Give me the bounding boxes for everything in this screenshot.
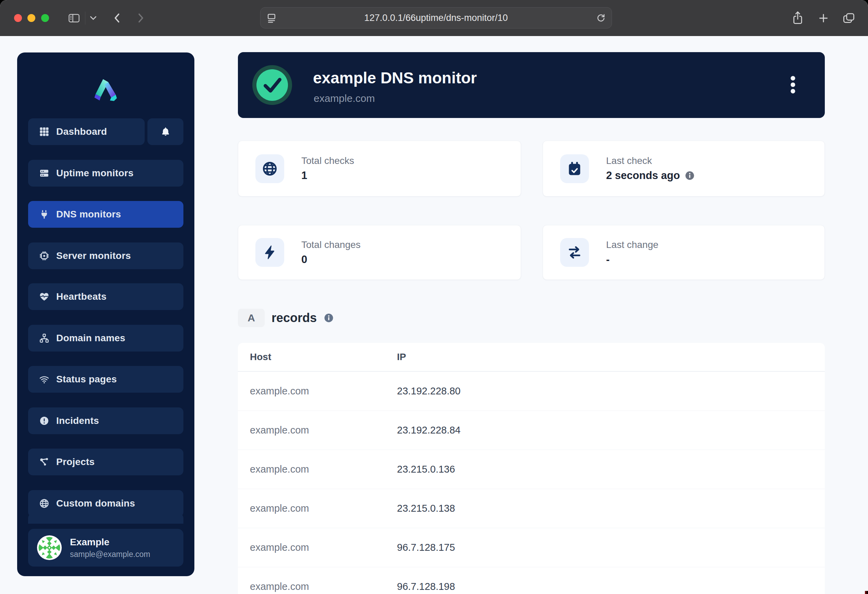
back-icon (114, 13, 120, 23)
sidebar-item-partial[interactable] (28, 513, 183, 524)
monitor-title: example DNS monitor (313, 69, 477, 87)
notifications-button[interactable] (148, 118, 183, 145)
sidebar-toggle-icon (68, 13, 80, 23)
cell-host: example.com (238, 464, 397, 475)
record-type-badge: A (238, 309, 265, 327)
alert-icon (39, 416, 49, 426)
forward-icon (138, 13, 144, 23)
profile-name: Example (70, 537, 150, 548)
sidebar-item-label: Custom domains (56, 498, 135, 509)
chevron-down-icon (90, 16, 97, 20)
user-profile[interactable]: Example sample@example.com (28, 529, 183, 567)
records-heading: A records (238, 309, 334, 327)
stat-label: Total changes (301, 239, 361, 250)
table-row: example.com 23.192.228.84 (238, 411, 825, 450)
table-row: example.com 96.7.128.198 (238, 567, 825, 594)
sidebar-item-label: Domain names (56, 332, 125, 344)
info-icon[interactable] (323, 313, 334, 323)
cell-ip: 96.7.128.175 (397, 542, 825, 553)
kebab-icon (790, 76, 796, 94)
sidebar-item-projects[interactable]: Projects (28, 449, 183, 475)
tabs-icon (843, 12, 855, 24)
sidebar-item-label: Uptime monitors (56, 168, 133, 179)
records-table: Host IP example.com 23.192.228.80 exampl… (238, 343, 825, 594)
column-ip: IP (397, 352, 825, 362)
column-host: Host (238, 352, 397, 362)
sidebar: Dashboard Uptime monitors DNS monitors (17, 52, 194, 576)
server-icon (39, 168, 49, 178)
stat-value: - (606, 253, 658, 266)
grid-icon (39, 127, 49, 137)
stat-value: 1 (301, 169, 354, 182)
browser-chrome: 127.0.0.1/66uptime/dns-monitor/10 (0, 0, 868, 36)
stat-label: Last change (606, 239, 658, 250)
stat-card-last-change: Last change - (543, 225, 825, 280)
cpu-icon (39, 251, 49, 261)
sidebar-item-dns-monitors[interactable]: DNS monitors (28, 201, 183, 228)
info-icon[interactable] (685, 170, 695, 181)
records-title: records (272, 311, 317, 325)
zoom-window-button[interactable] (41, 14, 49, 22)
sidebar-item-status-pages[interactable]: Status pages (28, 366, 183, 393)
cell-ip: 23.215.0.136 (397, 464, 825, 475)
url-bar[interactable]: 127.0.0.1/66uptime/dns-monitor/10 (260, 7, 612, 28)
sidebar-item-label: Server monitors (56, 250, 131, 262)
heart-pulse-icon (39, 291, 49, 302)
sidebar-item-incidents[interactable]: Incidents (28, 408, 183, 434)
tab-overview-button[interactable] (840, 0, 858, 36)
minimize-window-button[interactable] (27, 14, 35, 22)
sidebar-toggle-button[interactable] (67, 0, 81, 36)
cell-host: example.com (238, 425, 397, 436)
stat-label: Total checks (301, 155, 354, 166)
stat-card-total-checks: Total checks 1 (238, 140, 521, 197)
table-row: example.com 23.215.0.136 (238, 450, 825, 489)
table-row: example.com 23.215.0.138 (238, 489, 825, 528)
share-button[interactable] (790, 0, 806, 36)
status-up-check-icon (252, 65, 293, 106)
monitor-header-card: example DNS monitor example.com (238, 52, 825, 118)
stat-label: Last check (606, 155, 695, 166)
bell-icon (161, 127, 171, 137)
sidebar-item-label: Projects (56, 457, 94, 467)
cell-ip: 23.215.0.138 (397, 503, 825, 514)
sidebar-item-uptime-monitors[interactable]: Uptime monitors (28, 160, 183, 186)
url-text: 127.0.0.1/66uptime/dns-monitor/10 (261, 13, 611, 23)
globe-icon (255, 154, 284, 183)
reload-icon (596, 13, 606, 24)
stat-value: 2 seconds ago (606, 169, 680, 182)
sidebar-item-label: Incidents (56, 415, 99, 426)
globe-icon (39, 498, 49, 508)
app-page: Dashboard Uptime monitors DNS monitors (0, 36, 868, 594)
cell-ip: 96.7.128.198 (397, 581, 825, 592)
forward-button[interactable] (135, 0, 147, 36)
close-window-button[interactable] (14, 14, 22, 22)
stat-value: 0 (301, 253, 361, 266)
sidebar-item-label: DNS monitors (56, 209, 121, 220)
sidebar-menu-chevron[interactable] (88, 0, 99, 36)
app-logo[interactable] (17, 75, 194, 104)
sidebar-item-label: Heartbeats (56, 291, 106, 302)
sidebar-item-custom-domains[interactable]: Custom domains (28, 490, 183, 517)
calendar-check-icon (560, 154, 589, 183)
share-icon (792, 11, 803, 25)
bolt-icon (255, 238, 284, 267)
transfer-arrows-icon (560, 238, 589, 267)
stat-card-total-changes: Total changes 0 (238, 225, 521, 280)
cell-ip: 23.192.228.84 (397, 425, 825, 436)
screen-corner-artifact (865, 591, 868, 594)
sidebar-item-heartbeats[interactable]: Heartbeats (28, 283, 183, 310)
sidebar-item-dashboard[interactable]: Dashboard (28, 118, 145, 145)
avatar (37, 535, 62, 560)
nodes-icon (39, 457, 49, 467)
plug-icon (39, 209, 49, 220)
toolbar-divider (85, 12, 86, 25)
sidebar-item-domain-names[interactable]: Domain names (28, 325, 183, 352)
back-button[interactable] (111, 0, 123, 36)
sidebar-item-server-monitors[interactable]: Server monitors (28, 242, 183, 269)
new-tab-button[interactable] (815, 0, 832, 36)
cell-host: example.com (238, 542, 397, 553)
monitor-menu-button[interactable] (785, 73, 801, 96)
table-row: example.com 96.7.128.175 (238, 528, 825, 567)
reload-button[interactable] (596, 13, 606, 24)
stat-card-last-check: Last check 2 seconds ago (543, 140, 825, 197)
